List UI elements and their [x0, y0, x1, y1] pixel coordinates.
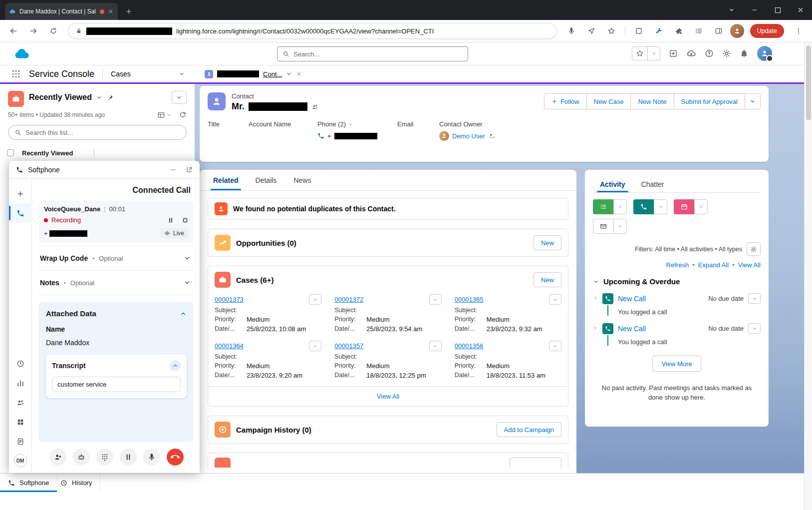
dialpad-button[interactable]: [96, 449, 113, 466]
tab-chatter[interactable]: Chatter: [634, 176, 671, 192]
window-close-button[interactable]: [789, 0, 812, 20]
expand-all-link[interactable]: Expand All: [698, 261, 729, 269]
timeline-item-actions-button[interactable]: [748, 293, 761, 304]
tab-close-icon[interactable]: [108, 8, 114, 14]
new-task-button[interactable]: [593, 199, 614, 214]
app-launcher-waffle-icon[interactable]: [11, 69, 21, 79]
setup-gear-icon[interactable]: [722, 49, 731, 58]
upcoming-overdue-section-header[interactable]: Upcoming & Overdue: [593, 277, 761, 286]
tab-related[interactable]: Related: [205, 170, 247, 190]
new-event-dropdown-button[interactable]: [694, 199, 708, 214]
case-number-link[interactable]: 00001365: [455, 296, 484, 303]
case-number-link[interactable]: 00001356: [455, 342, 484, 350]
case-number-link[interactable]: 00001373: [215, 296, 244, 303]
case-number-link[interactable]: 00001364: [215, 342, 244, 350]
new-case-button[interactable]: New Case: [586, 93, 631, 109]
add-participant-button[interactable]: [49, 449, 66, 466]
case-row-actions-button[interactable]: [309, 341, 321, 351]
add-to-campaign-button[interactable]: Add to Campaign: [497, 422, 561, 437]
browser-tab[interactable]: Dane Maddox | Contact | Sal: [5, 3, 118, 20]
case-number-link[interactable]: 00001372: [334, 296, 363, 303]
new-task-dropdown-button[interactable]: [613, 199, 627, 214]
global-search-input[interactable]: Search...: [277, 46, 468, 61]
notifications-bell-icon[interactable]: [740, 49, 749, 58]
window-minimize-button[interactable]: [743, 0, 766, 20]
pin-icon[interactable]: [107, 94, 114, 101]
rail-phone-icon[interactable]: [9, 203, 32, 223]
refresh-list-icon[interactable]: [179, 111, 187, 119]
utility-softphone-tab[interactable]: Softphone: [0, 474, 57, 492]
help-icon[interactable]: [705, 49, 714, 58]
reload-button[interactable]: [45, 22, 62, 39]
cases-title[interactable]: Cases (6+): [236, 276, 273, 284]
timeline-item-actions-button[interactable]: [748, 323, 761, 334]
workspace-tab-dropdown-icon[interactable]: [286, 71, 292, 77]
email-dropdown-button[interactable]: [613, 219, 627, 234]
new-event-button[interactable]: [674, 199, 695, 214]
bookmark-star-icon[interactable]: [603, 22, 620, 39]
list-row[interactable]: Recently Viewed: [0, 149, 195, 157]
notes-section[interactable]: Notes • Optional: [39, 271, 194, 295]
reading-list-icon[interactable]: [690, 22, 707, 39]
notes-expand-icon[interactable]: [184, 279, 191, 286]
submit-for-approval-button[interactable]: Submit for Approval: [674, 93, 745, 109]
extension-box-icon[interactable]: [630, 22, 647, 39]
list-search-input[interactable]: Search this list...: [8, 125, 187, 140]
extension-wrench-icon[interactable]: [650, 22, 667, 39]
update-button[interactable]: Update: [750, 24, 784, 38]
rail-apps-grid-icon[interactable]: [9, 412, 32, 432]
attached-data-collapse-icon[interactable]: [180, 310, 187, 317]
hold-button[interactable]: [120, 449, 137, 466]
softphone-popout-icon[interactable]: [186, 166, 193, 173]
share-icon[interactable]: [583, 22, 600, 39]
log-a-call-button[interactable]: [633, 199, 654, 214]
mute-button[interactable]: [143, 449, 160, 466]
rail-chart-icon[interactable]: [9, 373, 32, 393]
rail-contacts-icon[interactable]: [9, 393, 32, 412]
address-bar[interactable]: lightning.force.com/lightning/r/Contact/…: [68, 23, 557, 39]
case-row-actions-button[interactable]: [429, 341, 442, 351]
list-view-select-icon[interactable]: [96, 94, 102, 100]
phone-field-label[interactable]: Phone (2): [317, 120, 397, 128]
rail-add-icon[interactable]: [9, 184, 32, 203]
display-as-button[interactable]: [157, 111, 172, 119]
case-number-link[interactable]: 00001357: [334, 342, 363, 350]
case-row-actions-button[interactable]: [549, 294, 561, 305]
new-case-list-button[interactable]: New: [534, 272, 561, 287]
view-all-cases-link[interactable]: View All: [377, 393, 399, 400]
back-button[interactable]: [5, 22, 22, 39]
browser-menu-kebab-icon[interactable]: [790, 22, 807, 39]
window-maximize-button[interactable]: [766, 0, 789, 20]
cloud-upload-icon[interactable]: [686, 48, 696, 58]
end-call-button[interactable]: [167, 449, 184, 466]
case-row-actions-button[interactable]: [429, 294, 442, 305]
timeline-item-link[interactable]: New Call: [618, 295, 646, 303]
more-actions-dropdown-button[interactable]: [745, 93, 761, 109]
nav-item-cases[interactable]: Cases: [111, 70, 187, 78]
tab-news[interactable]: News: [285, 170, 319, 190]
user-avatar[interactable]: [757, 46, 772, 61]
email-button[interactable]: [593, 219, 614, 234]
change-owner-icon[interactable]: [488, 132, 495, 139]
browser-profile-avatar[interactable]: [730, 24, 744, 38]
workspace-tab-close-icon[interactable]: [296, 71, 302, 77]
softphone-minimize-icon[interactable]: [170, 166, 177, 173]
extensions-puzzle-icon[interactable]: [670, 22, 687, 39]
rail-notes-icon[interactable]: [9, 432, 32, 451]
forward-button[interactable]: [25, 22, 42, 39]
list-controls-button[interactable]: [172, 91, 187, 104]
transcript-collapse-icon[interactable]: [170, 360, 181, 371]
tab-details[interactable]: Details: [247, 170, 285, 190]
campaign-history-title[interactable]: Campaign History (0): [236, 426, 311, 434]
expand-row-icon[interactable]: [593, 326, 598, 331]
global-actions-icon[interactable]: [669, 49, 678, 58]
new-note-button[interactable]: New Note: [630, 93, 674, 109]
voice-search-mic-icon[interactable]: [563, 22, 580, 39]
bot-assist-button[interactable]: [73, 449, 90, 466]
phone-dropdown-icon[interactable]: [348, 122, 353, 127]
rail-history-icon[interactable]: [9, 354, 32, 373]
tab-activity[interactable]: Activity: [593, 176, 632, 192]
list-view-title[interactable]: Recently Viewed: [29, 93, 92, 102]
wrap-up-code-section[interactable]: Wrap Up Code • Optional: [39, 246, 194, 271]
page-scrollbar[interactable]: [804, 42, 812, 510]
